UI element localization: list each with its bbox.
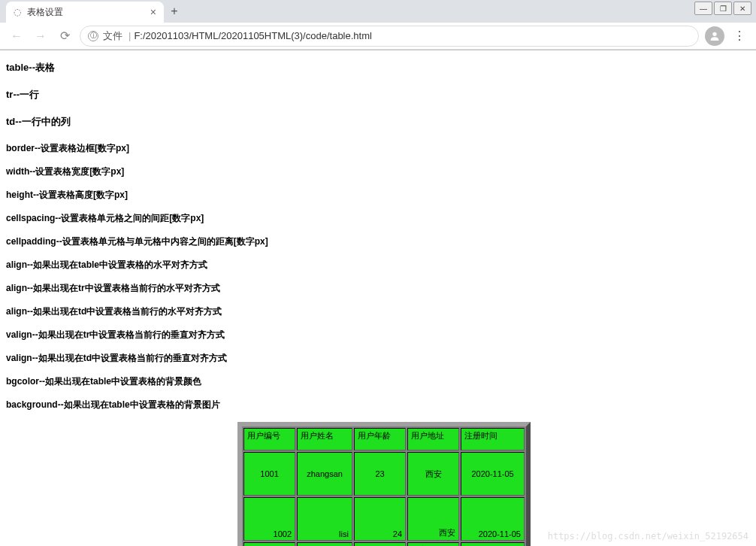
cell-date: 2020-11-05 — [461, 497, 525, 541]
desc-height: height--设置表格高度[数字px] — [6, 189, 750, 202]
globe-icon: ◌ — [14, 7, 21, 17]
th-date: 注册时间 — [461, 428, 525, 450]
table-header-row: 用户编号 用户姓名 用户年龄 用户地址 注册时间 — [243, 428, 525, 450]
desc-table: table--表格 — [6, 61, 750, 74]
desc-cellpadding: cellpadding--设置表格单元格与单元格中内容之间的距离[数字px] — [6, 235, 750, 248]
url-separator: | — [129, 30, 131, 41]
table-row: 1003 wangwu 25 西安 2020-11-05 — [243, 542, 525, 546]
th-id: 用户编号 — [243, 428, 295, 450]
desc-cellspacing: cellspacing--设置表格单元格之间的间距[数字px] — [6, 212, 750, 225]
table-container: 用户编号 用户姓名 用户年龄 用户地址 注册时间 1001 zhangsan 2… — [6, 422, 756, 546]
cell-name: wangwu — [297, 542, 352, 546]
desc-td: td--一行中的列 — [6, 115, 750, 129]
desc-valign-td: valign--如果出现在td中设置表格当前行的垂直对齐方式 — [6, 352, 750, 365]
browser-tab[interactable]: ◌ 表格设置 × — [6, 2, 164, 23]
th-age: 用户年龄 — [354, 428, 406, 450]
cell-id: 1001 — [243, 452, 295, 496]
address-bar: ← → ⟳ ⓘ 文件 | F:/20201103/HTML/20201105HT… — [0, 23, 756, 50]
watermark: https://blog.csdn.net/weixin_52192654 — [548, 531, 748, 541]
cell-name: lisi — [297, 497, 352, 541]
table-row: 1002 lisi 24 西安 2020-11-05 — [243, 497, 525, 541]
url-scheme-label: 文件 — [103, 29, 122, 43]
desc-background: background--如果出现在table中设置表格的背景图片 — [6, 399, 750, 411]
desc-align-table: align--如果出现在table中设置表格的水平对齐方式 — [6, 259, 750, 271]
page-content: table--表格 tr--一行 td--一行中的列 border--设置表格边… — [0, 50, 756, 546]
url-text: F:/20201103/HTML/20201105HTML(3)/code/ta… — [134, 30, 372, 41]
desc-align-tr: align--如果出现在tr中设置表格当前行的水平对齐方式 — [6, 282, 750, 295]
desc-align-td: align--如果出现在td中设置表格当前行的水平对齐方式 — [6, 305, 750, 318]
cell-addr: 西安 — [407, 452, 459, 496]
reload-button[interactable]: ⟳ — [56, 27, 74, 45]
forward-button[interactable]: → — [32, 27, 50, 45]
cell-name: zhangsan — [297, 452, 352, 496]
table-row: 1001 zhangsan 23 西安 2020-11-05 — [243, 452, 525, 496]
url-input[interactable]: ⓘ 文件 | F:/20201103/HTML/20201105HTML(3)/… — [80, 26, 699, 47]
desc-width: width--设置表格宽度[数字px] — [6, 165, 750, 178]
browser-chrome: ◌ 表格设置 × + — ❐ ✕ ← → ⟳ ⓘ 文件 | F:/2020110… — [0, 0, 756, 50]
th-name: 用户姓名 — [297, 428, 352, 450]
desc-border: border--设置表格边框[数字px] — [6, 142, 750, 155]
maximize-button[interactable]: ❐ — [714, 2, 732, 15]
cell-date: 2020-11-05 — [461, 542, 525, 546]
profile-icon[interactable] — [705, 26, 724, 46]
close-icon[interactable]: × — [150, 6, 156, 18]
cell-age: 25 — [354, 542, 406, 546]
cell-age: 24 — [354, 497, 406, 541]
kebab-menu-icon[interactable]: ⋮ — [730, 27, 748, 45]
cell-addr: 西安 — [407, 542, 459, 546]
svg-point-0 — [712, 32, 716, 35]
desc-tr: tr--一行 — [6, 88, 750, 102]
tab-title: 表格设置 — [27, 6, 150, 19]
back-button[interactable]: ← — [8, 27, 26, 45]
cell-id: 1002 — [243, 497, 295, 541]
th-addr: 用户地址 — [407, 428, 459, 450]
cell-addr: 西安 — [407, 497, 459, 541]
tab-bar: ◌ 表格设置 × + — ❐ ✕ — [0, 0, 756, 23]
close-window-button[interactable]: ✕ — [733, 2, 751, 15]
cell-id: 1003 — [243, 542, 295, 546]
demo-table: 用户编号 用户姓名 用户年龄 用户地址 注册时间 1001 zhangsan 2… — [237, 422, 531, 546]
new-tab-button[interactable]: + — [164, 1, 185, 22]
cell-date: 2020-11-05 — [461, 452, 525, 496]
info-icon: ⓘ — [88, 31, 98, 41]
minimize-button[interactable]: — — [694, 2, 712, 15]
window-controls: — ❐ ✕ — [694, 2, 751, 15]
desc-valign-tr: valign--如果出现在tr中设置表格当前行的垂直对齐方式 — [6, 329, 750, 341]
desc-bgcolor: bgcolor--如果出现在table中设置表格的背景颜色 — [6, 375, 750, 388]
cell-age: 23 — [354, 452, 406, 496]
